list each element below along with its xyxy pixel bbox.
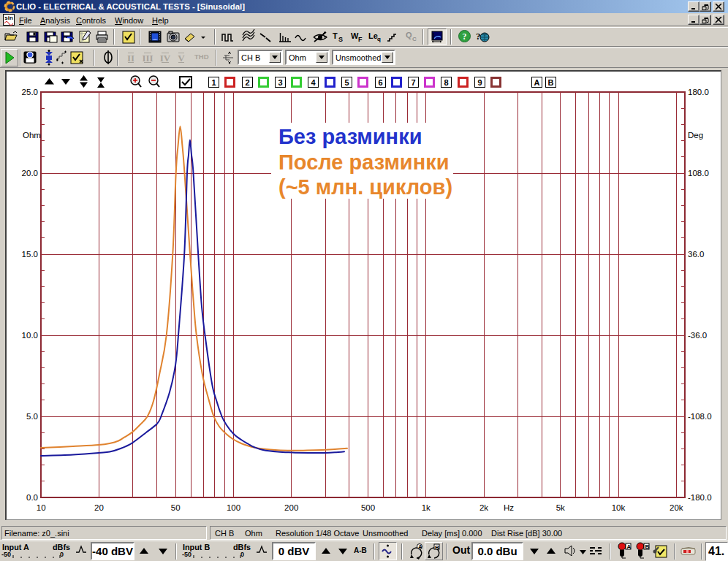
svg-text:После разминки: После разминки bbox=[278, 150, 450, 174]
svg-text:-36.0: -36.0 bbox=[688, 331, 707, 340]
svg-text:III: III bbox=[142, 53, 153, 64]
svg-text:2k: 2k bbox=[479, 503, 488, 512]
svg-text:Le: Le bbox=[368, 31, 378, 40]
svg-text:II: II bbox=[127, 53, 134, 64]
svg-text:20: 20 bbox=[94, 503, 104, 512]
svg-text:0.0: 0.0 bbox=[26, 493, 38, 502]
svg-text:Без разминки: Без разминки bbox=[278, 125, 422, 148]
svg-text:B: B bbox=[645, 543, 650, 550]
svg-text:-108.0: -108.0 bbox=[688, 412, 712, 421]
svg-text:15.0: 15.0 bbox=[22, 250, 38, 259]
svg-text:500: 500 bbox=[361, 503, 375, 512]
svg-text:IV: IV bbox=[160, 53, 171, 64]
svg-text:5.0: 5.0 bbox=[26, 412, 38, 421]
svg-text:180.0: 180.0 bbox=[688, 88, 709, 96]
svg-text:100: 100 bbox=[227, 503, 240, 512]
svg-text:C: C bbox=[412, 36, 417, 42]
svg-text:Ohm: Ohm bbox=[23, 131, 41, 140]
svg-text:?: ? bbox=[463, 31, 467, 42]
svg-text:1k: 1k bbox=[422, 503, 431, 512]
svg-text:A: A bbox=[627, 543, 632, 550]
svg-text:F: F bbox=[358, 36, 363, 43]
svg-text:B: B bbox=[435, 544, 439, 551]
svg-text:108.0: 108.0 bbox=[688, 169, 709, 178]
svg-text:S: S bbox=[338, 36, 343, 43]
svg-text:T: T bbox=[333, 31, 338, 40]
svg-text:20k: 20k bbox=[670, 503, 683, 512]
svg-text:10.0: 10.0 bbox=[22, 331, 38, 340]
svg-text:-180.0: -180.0 bbox=[688, 493, 712, 502]
svg-text:25.0: 25.0 bbox=[22, 88, 38, 96]
svg-text:V: V bbox=[178, 53, 185, 64]
svg-text:?: ? bbox=[476, 31, 481, 42]
svg-text:5k: 5k bbox=[556, 503, 565, 512]
svg-text:20.0: 20.0 bbox=[22, 169, 38, 178]
svg-text:A: A bbox=[418, 543, 422, 550]
svg-text:Q: Q bbox=[406, 31, 412, 39]
svg-text:10: 10 bbox=[37, 503, 46, 512]
svg-text:10k: 10k bbox=[612, 503, 626, 512]
svg-text:THD: THD bbox=[194, 53, 209, 61]
svg-text:Deg: Deg bbox=[688, 131, 703, 140]
svg-text:50: 50 bbox=[171, 503, 181, 512]
svg-text:Hz: Hz bbox=[504, 503, 514, 512]
svg-text:36.0: 36.0 bbox=[688, 250, 704, 259]
svg-text:200: 200 bbox=[284, 503, 298, 512]
svg-text:(~5 млн. циклов): (~5 млн. циклов) bbox=[278, 175, 452, 199]
svg-text:q: q bbox=[377, 36, 381, 42]
